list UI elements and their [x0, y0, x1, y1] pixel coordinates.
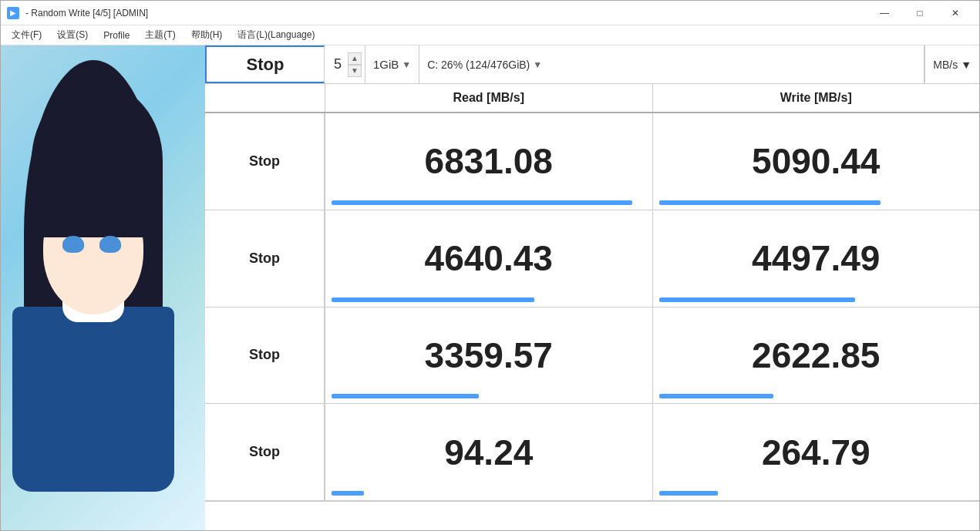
row-4-write-bar — [659, 491, 718, 496]
stop-button-main[interactable]: Stop — [205, 45, 325, 83]
bottom-row — [205, 501, 979, 530]
toolbar-row: Stop 5 ▲ ▼ 1GiB ▼ C: 26% (124/476G — [205, 45, 979, 84]
row-3-write-bar — [659, 394, 773, 398]
size-dropdown-arrow: ▼ — [402, 59, 411, 70]
background-character — [1, 45, 209, 530]
app-icon: ▶ — [7, 7, 19, 19]
count-control[interactable]: 5 ▲ ▼ — [325, 45, 365, 83]
row-4-read-value: 94.24 — [444, 432, 533, 473]
row-1-write-value: 5090.44 — [752, 140, 880, 182]
row-3-write-value: 2622.85 — [752, 334, 880, 376]
size-control[interactable]: 1GiB ▼ — [365, 45, 419, 83]
menu-file[interactable]: 文件(F) — [4, 25, 49, 45]
row-3-read-value: 3359.57 — [425, 334, 553, 376]
table-row: Stop 6831.08 5090.44 — [205, 113, 979, 210]
main-content: Stop 5 ▲ ▼ 1GiB ▼ C: 26% (124/476G — [1, 45, 979, 530]
title-bar: ▶ - Random Write [4/5] [ADMIN] — □ ✕ — [1, 1, 979, 25]
menu-theme[interactable]: 主题(T) — [137, 25, 183, 45]
row-1-read-value: 6831.08 — [425, 140, 553, 182]
char-eye-left — [62, 236, 84, 253]
main-window: ▶ - Random Write [4/5] [ADMIN] — □ ✕ 文件(… — [0, 0, 980, 531]
count-arrow[interactable]: ▲ ▼ — [348, 52, 362, 77]
minimize-button[interactable]: — — [867, 1, 902, 25]
size-value: 1GiB — [373, 58, 399, 71]
row-2-write-bar — [659, 297, 855, 302]
menu-help[interactable]: 帮助(H) — [184, 25, 231, 45]
count-up-arrow[interactable]: ▲ — [348, 52, 362, 65]
row-3-write-cell: 2622.85 — [652, 308, 980, 404]
row-2-read-bar — [332, 297, 534, 302]
row-1-label[interactable]: Stop — [205, 113, 325, 210]
menu-profile[interactable]: Profile — [96, 25, 137, 45]
title-bar-left: ▶ - Random Write [4/5] [ADMIN] — [7, 7, 148, 19]
unit-value: MB/s — [933, 59, 958, 71]
table-row: Stop 94.24 264.79 — [205, 404, 979, 501]
menu-settings[interactable]: 设置(S) — [49, 25, 96, 45]
data-panel: Stop 5 ▲ ▼ 1GiB ▼ C: 26% (124/476G — [205, 45, 979, 530]
row-1-read-cell: 6831.08 — [325, 113, 652, 210]
char-hair-front — [32, 83, 163, 237]
title-buttons: — □ ✕ — [867, 1, 973, 25]
header-read: Read [MB/s] — [325, 84, 652, 112]
row-3-label[interactable]: Stop — [205, 308, 325, 404]
row-1-write-cell: 5090.44 — [652, 113, 980, 210]
row-4-read-bar — [332, 491, 364, 496]
data-rows: Stop 6831.08 5090.44 Stop — [205, 113, 979, 501]
table-row: Stop 4640.43 4497.49 — [205, 210, 979, 308]
maximize-button[interactable]: □ — [902, 1, 938, 25]
toolbar-controls: 5 ▲ ▼ 1GiB ▼ C: 26% (124/476GiB) ▼ — [325, 45, 979, 83]
row-4-write-value: 264.79 — [762, 432, 871, 473]
table-row: Stop 3359.57 2622.85 — [205, 308, 979, 405]
count-down-arrow[interactable]: ▼ — [348, 65, 362, 77]
row-2-write-value: 4497.49 — [752, 237, 880, 279]
row-4-write-cell: 264.79 — [652, 404, 980, 500]
menu-bar: 文件(F) 设置(S) Profile 主题(T) 帮助(H) 语言(L)(La… — [1, 25, 979, 45]
unit-control[interactable]: MB/s ▼ — [924, 45, 979, 83]
row-2-write-cell: 4497.49 — [652, 210, 980, 307]
menu-language[interactable]: 语言(L)(Language) — [230, 25, 322, 45]
row-1-read-bar — [332, 200, 632, 205]
row-2-label[interactable]: Stop — [205, 210, 325, 307]
row-1-write-bar — [659, 200, 881, 205]
drive-dropdown-arrow: ▼ — [533, 59, 542, 70]
window-title: - Random Write [4/5] [ADMIN] — [25, 8, 148, 18]
row-4-read-cell: 94.24 — [325, 404, 652, 500]
char-eye-right — [99, 236, 121, 253]
row-3-read-cell: 3359.57 — [325, 308, 652, 404]
row-2-read-cell: 4640.43 — [325, 210, 652, 307]
row-4-label[interactable]: Stop — [205, 404, 325, 500]
headers-row: Read [MB/s] Write [MB/s] — [205, 84, 979, 113]
row-2-read-value: 4640.43 — [425, 237, 553, 279]
header-write: Write [MB/s] — [652, 84, 980, 112]
close-button[interactable]: ✕ — [938, 1, 973, 25]
drive-value: C: 26% (124/476GiB) — [427, 59, 530, 71]
row-3-read-bar — [332, 394, 479, 398]
unit-dropdown-arrow: ▼ — [961, 59, 972, 71]
char-outfit — [12, 307, 174, 492]
count-value: 5 — [328, 56, 348, 72]
drive-control[interactable]: C: 26% (124/476GiB) ▼ — [419, 45, 924, 83]
